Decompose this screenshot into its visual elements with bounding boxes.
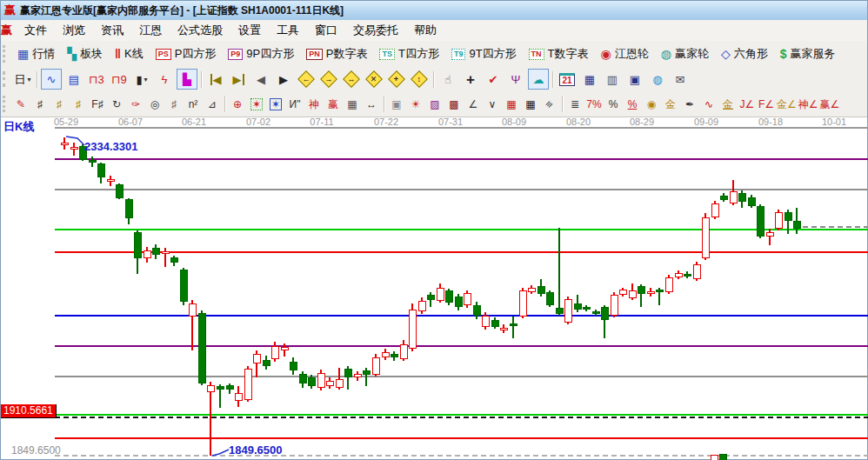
date-tick-label: 07-02 bbox=[246, 117, 270, 127]
marker-tool[interactable]: ✑ bbox=[126, 94, 145, 115]
polyline-tool-button[interactable]: ✔ bbox=[483, 69, 504, 90]
gann-wheel-button[interactable]: ◉江恩轮 bbox=[595, 46, 655, 62]
t-square-button[interactable]: TST四方形 bbox=[373, 46, 444, 62]
price-bars-tool[interactable]: ≣ bbox=[565, 94, 584, 115]
smart-analysis-button[interactable]: ☁ bbox=[528, 69, 549, 90]
purple-grid-tool[interactable]: ▨ bbox=[425, 94, 444, 115]
parallel-lines-tool[interactable]: ≡ bbox=[540, 94, 559, 115]
percent-line-tool[interactable]: % bbox=[623, 94, 642, 115]
9p-square-button[interactable]: P99P四方形 bbox=[222, 46, 300, 62]
menu-item-formula-picker[interactable]: 公式选股 bbox=[170, 21, 230, 40]
candlestick bbox=[226, 385, 234, 390]
candle-wick bbox=[284, 343, 285, 357]
grid-123-tool[interactable]: ▦ bbox=[343, 94, 362, 115]
red-grid-tool[interactable]: ▦ bbox=[502, 94, 521, 115]
t-table-button[interactable]: TNT数字表 bbox=[523, 46, 595, 62]
star-box-tool[interactable]: ✶ bbox=[247, 94, 266, 115]
gold2-tool[interactable]: 金 bbox=[718, 94, 738, 115]
web-button[interactable]: ◍ bbox=[647, 69, 668, 90]
sectors-button[interactable]: ▚板块 bbox=[61, 46, 109, 62]
gold-circle-tool[interactable]: ◉ bbox=[642, 94, 661, 115]
candle-style-dropdown[interactable]: ▮▾ bbox=[131, 69, 152, 90]
f-angle-tool[interactable]: F∠ bbox=[757, 94, 776, 115]
brush-tool[interactable]: ✎ bbox=[11, 94, 30, 115]
dark-grid-tool[interactable]: ▩ bbox=[444, 94, 464, 115]
notes-button[interactable]: ▥ bbox=[602, 69, 623, 90]
pattern-button[interactable]: ϟ bbox=[154, 69, 175, 90]
diamond-left-button[interactable]: ← bbox=[296, 69, 317, 90]
spiral-tool[interactable]: ↻ bbox=[107, 94, 126, 115]
crosshair-tool-button[interactable]: + bbox=[460, 69, 481, 90]
trend-lines-tool[interactable]: ∠ bbox=[464, 94, 483, 115]
p-square-button[interactable]: PSP四方形 bbox=[150, 46, 223, 62]
gold-line-tool[interactable]: 金 bbox=[661, 94, 680, 115]
j-angle-tool[interactable]: J∠ bbox=[738, 94, 757, 115]
zoom-wave-button[interactable]: ∿ bbox=[41, 69, 62, 90]
diamond-right-button[interactable]: → bbox=[318, 69, 339, 90]
percent7-tool[interactable]: 7% bbox=[584, 94, 604, 115]
diamond-fit-button[interactable]: ↕ bbox=[409, 69, 430, 90]
prev-bar-button[interactable]: ◀ bbox=[250, 69, 271, 90]
menu-item-file[interactable]: 文件 bbox=[17, 21, 55, 40]
wave-mark-tool[interactable]: И" bbox=[285, 94, 304, 115]
circle-cross-tool[interactable]: ⊕ bbox=[228, 94, 247, 115]
n2-tool[interactable]: n² bbox=[184, 94, 203, 115]
last-bar-button[interactable]: ▶ bbox=[228, 69, 249, 90]
ying-angle-tool[interactable]: 赢∠ bbox=[819, 94, 841, 115]
diamond-compress-button[interactable]: ✕ bbox=[364, 69, 384, 90]
diamond-hrange-button[interactable]: ↔ bbox=[341, 69, 362, 90]
kline-button[interactable]: ‖K线 bbox=[109, 46, 150, 62]
quotes-button[interactable]: ▦行情 bbox=[11, 46, 61, 62]
period-day-dropdown[interactable]: 日▾ bbox=[12, 69, 33, 90]
diamond-expand-button[interactable]: + bbox=[386, 69, 407, 90]
wave-v-tool[interactable]: ∨ bbox=[483, 94, 502, 115]
navigation-toolbar: 日▾∿▤⊓3⊓9▮▾ϟ▙◀▶◀▶←→↔✕+↕☝+✔Ψ☁21▦▥▣◍✉ bbox=[1, 67, 867, 91]
three-line-chart-button[interactable]: ⊓3 bbox=[86, 69, 107, 90]
shen-angle-tool[interactable]: 神∠ bbox=[798, 94, 819, 115]
shen-tool[interactable]: 神 bbox=[304, 94, 324, 115]
black-grid-tool[interactable]: ▦ bbox=[521, 94, 540, 115]
message-button[interactable]: ✉ bbox=[670, 69, 691, 90]
marker-tool-icon: ✑ bbox=[131, 99, 140, 110]
calendar-button[interactable]: 21 bbox=[557, 69, 578, 90]
clock-tool[interactable]: ◎ bbox=[145, 94, 164, 115]
range-tool[interactable]: ↔ bbox=[362, 94, 381, 115]
hand-tool-button[interactable]: ☝ bbox=[437, 69, 458, 90]
9t-square-button[interactable]: T99T四方形 bbox=[445, 46, 523, 62]
percent-tool[interactable]: % bbox=[604, 94, 623, 115]
menu-item-browse[interactable]: 浏览 bbox=[55, 21, 93, 40]
winner-wheel-button[interactable]: ◍赢家轮 bbox=[655, 46, 715, 62]
next-bar-button[interactable]: ▶ bbox=[273, 69, 294, 90]
calculator-button[interactable]: ▦ bbox=[579, 69, 600, 90]
menu-item-gann[interactable]: 江恩 bbox=[131, 21, 170, 40]
gann-fan-tool[interactable]: ♯ bbox=[30, 94, 50, 115]
menu-item-news[interactable]: 资讯 bbox=[93, 21, 131, 40]
hexagon-button[interactable]: ◇六角形 bbox=[715, 46, 774, 62]
winner-service-button[interactable]: $赢家服务 bbox=[774, 46, 842, 62]
rays-tool[interactable]: ☀ bbox=[406, 94, 425, 115]
gold-ratio-tool[interactable]: ♯ bbox=[50, 94, 69, 115]
nine-line-chart-button[interactable]: ⊓9 bbox=[109, 69, 130, 90]
red-wave-tool[interactable]: ∿ bbox=[699, 94, 718, 115]
save-button[interactable]: ▣ bbox=[624, 69, 645, 90]
menu-item-tools[interactable]: 工具 bbox=[269, 21, 307, 40]
grid-lines-tool[interactable]: ♯ bbox=[164, 94, 184, 115]
ying-tool[interactable]: 赢 bbox=[324, 94, 343, 115]
menu-item-window[interactable]: 窗口 bbox=[307, 21, 345, 40]
pen-line-tool[interactable]: ✒ bbox=[680, 94, 699, 115]
gold-fan-tool[interactable]: ♯ bbox=[69, 94, 88, 115]
info-list-button[interactable]: ▤ bbox=[63, 69, 84, 90]
menu-item-help[interactable]: 帮助 bbox=[406, 21, 444, 40]
volume-profile-button[interactable]: ▙ bbox=[177, 69, 197, 90]
p-table-button[interactable]: PNP数字表 bbox=[300, 46, 373, 62]
brush-tool-icon: ✎ bbox=[17, 99, 25, 110]
fib-fan-tool[interactable]: F♯ bbox=[88, 94, 107, 115]
gold-angle-tool[interactable]: 金∠ bbox=[776, 94, 798, 115]
gann-shape-button[interactable]: Ψ bbox=[505, 69, 526, 90]
angle-tool[interactable]: ⊿ bbox=[203, 94, 222, 115]
star-grid-tool[interactable]: ✶ bbox=[266, 94, 285, 115]
frame-tool[interactable]: ▣ bbox=[387, 94, 406, 115]
menu-item-settings[interactable]: 设置 bbox=[230, 21, 269, 40]
menu-item-trade[interactable]: 交易委托 bbox=[345, 21, 406, 40]
first-bar-button[interactable]: ◀ bbox=[205, 69, 226, 90]
